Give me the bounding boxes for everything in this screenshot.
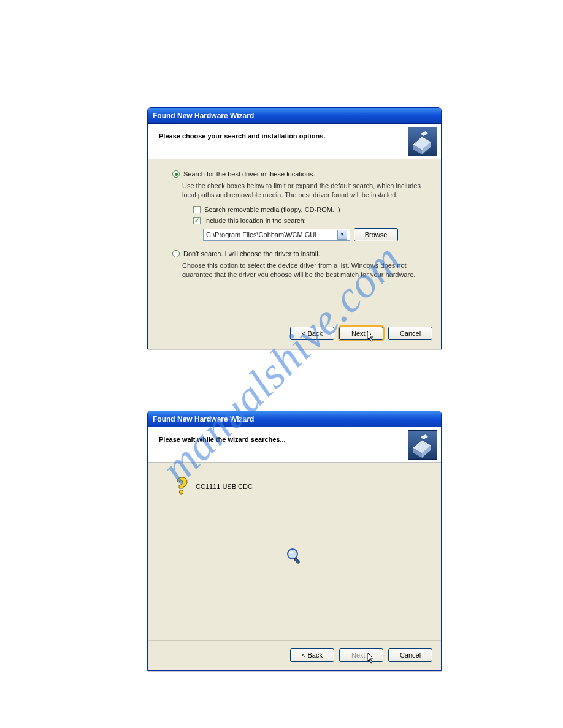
dialog-header: Please choose your search and installati… (148, 124, 441, 159)
location-path-combo[interactable]: C:\Program Files\Cobham\WCM GUI ▼ (203, 229, 350, 241)
search-description: Use the check boxes below to limit or ex… (182, 181, 424, 200)
dialog-headline: Please wait while the wizard searches... (159, 436, 431, 443)
dialog-button-row: < Back Next > Cancel (148, 640, 441, 670)
question-icon (172, 477, 190, 496)
hardware-icon (408, 430, 437, 460)
next-button[interactable]: Next > (339, 327, 383, 340)
dialog-body: CC1111 USB CDC (148, 463, 441, 640)
svg-point-9 (289, 551, 293, 553)
radio-icon (172, 170, 180, 178)
hardware-icon (408, 127, 437, 156)
back-button[interactable]: < Back (290, 327, 334, 340)
combo-value: C:\Program Files\Cobham\WCM GUI (206, 231, 316, 238)
device-item: CC1111 USB CDC (172, 477, 424, 496)
dialog-title: Found New Hardware Wizard (148, 411, 441, 427)
checkbox-label: Search removable media (floppy, CD-ROM..… (204, 206, 340, 213)
cursor-icon (367, 330, 375, 343)
cancel-button[interactable]: Cancel (388, 327, 432, 340)
dialog-body: Search for the best driver in these loca… (148, 159, 441, 319)
checkbox-include-location[interactable]: Include this location in the search: (193, 217, 424, 224)
cursor-icon (367, 652, 375, 664)
checkbox-icon (193, 206, 201, 213)
magnifier-icon (285, 547, 304, 565)
checkbox-removable-media[interactable]: Search removable media (floppy, CD-ROM..… (193, 206, 424, 213)
checkbox-icon (193, 217, 201, 224)
chevron-down-icon: ▼ (337, 230, 347, 240)
browse-button[interactable]: Browse (354, 228, 398, 241)
dialog-button-row: < Back Next > Cancel (148, 319, 441, 349)
next-button: Next > (339, 648, 383, 662)
svg-point-8 (288, 549, 297, 559)
hardware-wizard-searching-dialog: Found New Hardware Wizard Please wait wh… (147, 411, 442, 671)
svg-point-7 (179, 490, 183, 494)
cancel-button[interactable]: Cancel (388, 648, 432, 662)
checkbox-label: Include this location in the search: (204, 217, 306, 224)
radio-icon (172, 250, 180, 257)
radio-dont-search[interactable]: Don't search. I will choose the driver t… (172, 250, 424, 257)
hardware-wizard-options-dialog: Found New Hardware Wizard Please choose … (147, 107, 442, 349)
dialog-title: Found New Hardware Wizard (148, 108, 441, 124)
dialog-header: Please wait while the wizard searches... (148, 427, 441, 463)
dont-search-description: Choose this option to select the device … (182, 261, 424, 279)
radio-search-best[interactable]: Search for the best driver in these loca… (172, 170, 424, 178)
device-name: CC1111 USB CDC (196, 483, 253, 490)
back-button[interactable]: < Back (290, 648, 334, 662)
dialog-headline: Please choose your search and installati… (159, 132, 431, 140)
svg-rect-10 (294, 558, 300, 564)
radio-label: Don't search. I will choose the driver t… (183, 250, 320, 257)
radio-label: Search for the best driver in these loca… (183, 170, 315, 178)
